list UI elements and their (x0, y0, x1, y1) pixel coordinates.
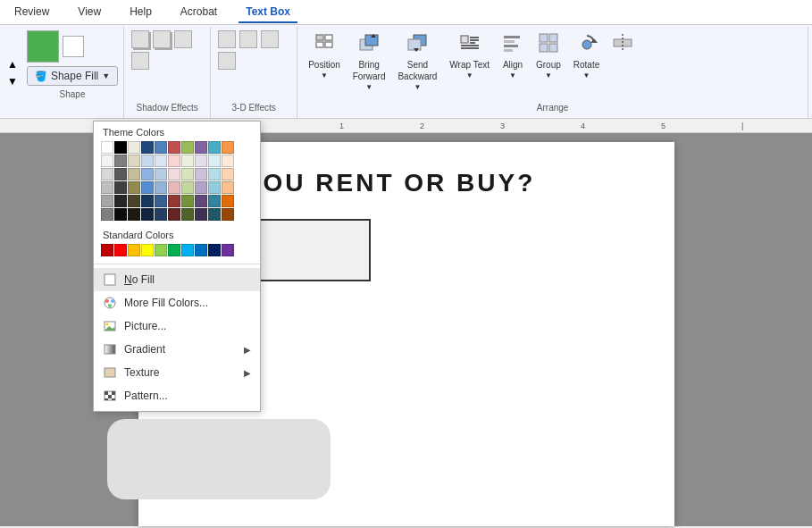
theme-color-swatch[interactable] (155, 195, 167, 207)
theme-color-swatch[interactable] (168, 141, 180, 154)
theme-color-swatch[interactable] (181, 208, 194, 221)
theme-color-swatch[interactable] (208, 168, 221, 180)
theme-color-swatch[interactable] (181, 141, 194, 154)
shadow-btn-3[interactable] (174, 30, 192, 48)
theme-color-swatch[interactable] (128, 181, 140, 194)
theme-color-swatch[interactable] (128, 168, 140, 180)
theme-color-swatch[interactable] (101, 208, 113, 221)
theme-color-swatch[interactable] (101, 168, 113, 180)
position-button[interactable]: Position ▼ (305, 30, 344, 81)
theme-color-swatch[interactable] (181, 168, 194, 180)
theme-color-swatch[interactable] (195, 181, 207, 194)
theme-color-swatch[interactable] (195, 195, 207, 207)
tab-help[interactable]: Help (122, 2, 159, 23)
theme-color-swatch[interactable] (155, 181, 167, 194)
texture-item[interactable]: Texture ▶ (94, 361, 260, 384)
theme-color-swatch[interactable] (195, 168, 207, 180)
bring-forward-button[interactable]: Bring Forward ▼ (349, 30, 389, 93)
theme-color-swatch[interactable] (114, 181, 127, 194)
theme-color-swatch[interactable] (128, 141, 140, 154)
theme-color-swatch[interactable] (208, 181, 221, 194)
theme-color-swatch[interactable] (101, 155, 113, 167)
standard-color-swatch[interactable] (222, 244, 234, 256)
theme-color-swatch[interactable] (155, 141, 167, 154)
theme-color-swatch[interactable] (155, 155, 167, 167)
theme-color-swatch[interactable] (114, 208, 127, 221)
theme-color-swatch[interactable] (114, 195, 127, 207)
theme-color-swatch[interactable] (222, 195, 234, 207)
theme-color-swatch[interactable] (101, 141, 113, 154)
theme-color-swatch[interactable] (195, 141, 207, 154)
picture-item[interactable]: Picture... (94, 314, 260, 338)
group-button[interactable]: Group ▼ (532, 30, 565, 81)
theme-color-swatch[interactable] (208, 141, 221, 154)
align-button[interactable]: Align ▼ (498, 30, 527, 81)
no-fill-item[interactable]: No Fill (94, 268, 260, 291)
extra-btn-1[interactable] (608, 30, 637, 62)
theme-color-swatch[interactable] (168, 195, 180, 207)
theme-color-swatch[interactable] (181, 181, 194, 194)
standard-color-swatch[interactable] (181, 244, 194, 256)
tab-acrobat[interactable]: Acrobat (173, 2, 224, 23)
theme-color-swatch[interactable] (168, 181, 180, 194)
theme-color-swatch[interactable] (181, 155, 194, 167)
send-backward-button[interactable]: Send Backward ▼ (394, 30, 440, 93)
theme-color-swatch[interactable] (128, 208, 140, 221)
theme-color-swatch[interactable] (128, 195, 140, 207)
theme-color-swatch[interactable] (101, 195, 113, 207)
theme-color-swatch[interactable] (222, 168, 234, 180)
wrap-text-button[interactable]: Wrap Text ▼ (446, 30, 493, 81)
ribbon-scroll-down[interactable]: ▼ (5, 73, 20, 89)
standard-color-swatch[interactable] (195, 244, 207, 256)
standard-color-swatch[interactable] (208, 244, 221, 256)
3d-btn-3[interactable] (261, 30, 279, 48)
3d-btn-2[interactable] (239, 30, 257, 48)
theme-color-swatch[interactable] (114, 168, 127, 180)
shadow-btn-1[interactable] (131, 30, 149, 48)
3d-btn-1[interactable] (218, 30, 236, 48)
shadow-btn-2[interactable] (153, 30, 171, 48)
tab-view[interactable]: View (71, 2, 108, 23)
theme-color-swatch[interactable] (141, 181, 154, 194)
theme-color-swatch[interactable] (168, 168, 180, 180)
shadow-btn-4[interactable] (131, 52, 149, 70)
theme-color-swatch[interactable] (222, 155, 234, 167)
shape-fill-button[interactable]: 🪣 Shape Fill ▼ (27, 66, 118, 86)
standard-color-swatch[interactable] (114, 244, 127, 256)
standard-color-swatch[interactable] (101, 244, 113, 256)
gradient-item[interactable]: Gradient ▶ (94, 338, 260, 361)
theme-color-swatch[interactable] (101, 181, 113, 194)
more-fill-colors-item[interactable]: More Fill Colors... (94, 291, 260, 314)
standard-color-swatch[interactable] (128, 244, 140, 256)
ribbon-scroll-up[interactable]: ▲ (5, 56, 20, 72)
theme-color-swatch[interactable] (208, 195, 221, 207)
theme-color-swatch[interactable] (222, 181, 234, 194)
standard-color-swatch[interactable] (168, 244, 180, 256)
theme-color-swatch[interactable] (141, 168, 154, 180)
pattern-item[interactable]: Pattern... (94, 384, 260, 407)
theme-color-swatch[interactable] (155, 168, 167, 180)
shape-white-preview[interactable] (63, 36, 84, 57)
theme-color-swatch[interactable] (114, 155, 127, 167)
theme-color-swatch[interactable] (128, 155, 140, 167)
rotate-button[interactable]: Rotate ▼ (570, 30, 603, 81)
theme-color-swatch[interactable] (208, 155, 221, 167)
theme-color-swatch[interactable] (114, 141, 127, 154)
theme-color-swatch[interactable] (222, 141, 234, 154)
theme-color-swatch[interactable] (141, 208, 154, 221)
theme-color-swatch[interactable] (181, 195, 194, 207)
theme-color-swatch[interactable] (195, 155, 207, 167)
theme-color-swatch[interactable] (208, 208, 221, 221)
theme-color-swatch[interactable] (155, 208, 167, 221)
theme-color-swatch[interactable] (168, 208, 180, 221)
theme-color-swatch[interactable] (141, 155, 154, 167)
theme-color-swatch[interactable] (195, 208, 207, 221)
tab-review[interactable]: Review (7, 2, 56, 23)
tab-textbox[interactable]: Text Box (239, 2, 297, 23)
theme-color-swatch[interactable] (141, 141, 154, 154)
shape-preview[interactable] (27, 30, 59, 63)
3d-btn-4[interactable] (218, 52, 236, 70)
theme-color-swatch[interactable] (168, 155, 180, 167)
theme-color-swatch[interactable] (222, 208, 234, 221)
standard-color-swatch[interactable] (155, 244, 167, 256)
